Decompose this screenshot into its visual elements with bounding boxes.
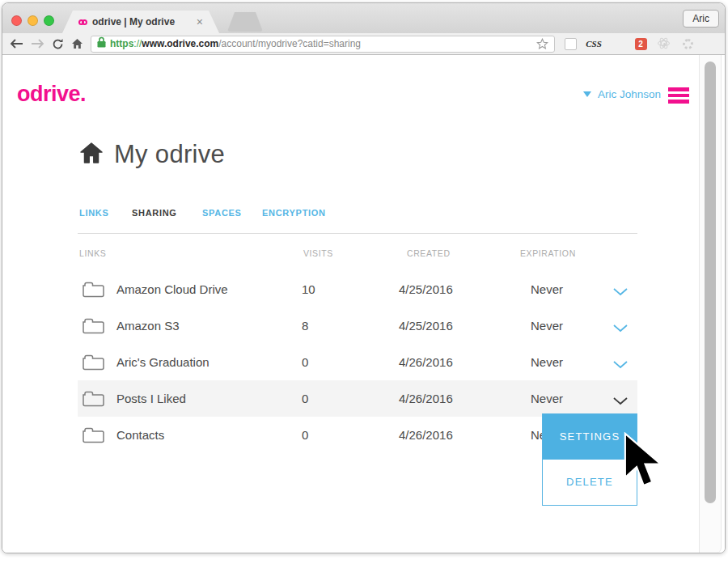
link-created: 4/26/2016 <box>399 417 453 453</box>
table-row: Amazon S3 8 4/25/2016 Never <box>78 307 637 344</box>
tab-sharing[interactable]: SHARING <box>132 208 177 218</box>
forward-icon[interactable] <box>31 39 44 49</box>
link-expiration: Never <box>531 380 563 417</box>
reload-icon[interactable] <box>52 38 64 50</box>
folder-icon <box>82 317 105 338</box>
react-devtools-icon[interactable] <box>656 36 672 51</box>
tab-title: odrive | My odrive <box>92 16 192 28</box>
url-text: https://www.odrive.com/account/myodrive?… <box>110 38 361 49</box>
page-content: odrive. Aric Johnson My odrive LINKS SHA… <box>2 55 725 553</box>
mouse-cursor <box>622 432 672 495</box>
new-tab-button[interactable] <box>227 12 263 32</box>
scrollbar-thumb[interactable] <box>705 61 716 503</box>
link-name[interactable]: Contacts <box>116 417 164 453</box>
tag-badge-extension-icon[interactable]: 2 <box>633 38 649 50</box>
link-visits: 0 <box>302 417 308 453</box>
row-actions-chevron-icon[interactable] <box>613 394 628 409</box>
row-actions-chevron-icon[interactable] <box>613 358 628 372</box>
browser-tab[interactable]: odrive | My odrive × <box>62 11 219 33</box>
link-expiration: Never <box>531 271 563 307</box>
caret-down-icon <box>583 91 591 97</box>
row-actions-chevron-icon[interactable] <box>613 285 628 299</box>
url-path: /account/myodrive?catid=sharing <box>218 38 361 49</box>
link-created: 4/25/2016 <box>399 307 453 344</box>
link-visits: 10 <box>302 271 315 307</box>
table-row: Aric's Graduation 0 4/26/2016 Never <box>78 344 637 380</box>
tab-spaces[interactable]: SPACES <box>202 208 242 218</box>
col-header-links: LINKS <box>79 248 106 258</box>
hamburger-menu-icon[interactable] <box>668 87 689 106</box>
folder-icon <box>82 390 105 411</box>
link-visits: 0 <box>302 380 308 417</box>
section-divider <box>78 233 637 234</box>
zoom-window-button[interactable] <box>44 15 54 26</box>
tab-close-icon[interactable]: × <box>197 16 203 28</box>
close-window-button[interactable] <box>11 15 22 26</box>
table-row: Amazon Cloud Drive 10 4/25/2016 Never <box>78 271 637 307</box>
user-name: Aric Johnson <box>598 88 661 100</box>
page-heading: My odrive <box>79 140 225 169</box>
home-house-icon <box>79 142 104 167</box>
profile-button[interactable]: Aric <box>683 10 719 28</box>
home-icon[interactable] <box>71 38 83 49</box>
link-created: 4/25/2016 <box>399 271 453 307</box>
page-title: My odrive <box>114 140 225 169</box>
url-bar[interactable]: https://www.odrive.com/account/myodrive?… <box>91 36 555 53</box>
scrollbar-track[interactable] <box>699 55 722 553</box>
odrive-logo[interactable]: odrive. <box>17 82 86 107</box>
tab-strip: odrive | My odrive × Aric <box>2 3 725 33</box>
css-extension-icon[interactable]: CSS <box>586 39 602 49</box>
url-host: www.odrive.com <box>142 38 218 49</box>
back-icon[interactable] <box>10 39 23 49</box>
link-expiration: Never <box>531 344 563 380</box>
notes-extension-icon[interactable] <box>562 38 578 50</box>
folder-icon <box>82 426 105 447</box>
link-name[interactable]: Posts I Liked <box>116 380 186 417</box>
link-visits: 0 <box>302 344 308 380</box>
folder-icon <box>82 281 105 302</box>
col-header-visits: VISITS <box>303 248 333 258</box>
link-name[interactable]: Aric's Graduation <box>116 344 210 380</box>
col-header-expiration: EXPIRATION <box>520 248 576 258</box>
tab-links[interactable]: LINKS <box>79 208 109 218</box>
minimize-window-button[interactable] <box>28 15 38 26</box>
bookmark-star-icon[interactable] <box>536 38 548 49</box>
folder-icon <box>82 354 105 375</box>
chrome-menu-icon[interactable] <box>703 40 717 47</box>
browser-window: odrive | My odrive × Aric <box>2 2 726 553</box>
tab-encryption[interactable]: ENCRYPTION <box>262 208 326 218</box>
link-visits: 8 <box>302 307 308 344</box>
screenshot-root: odrive | My odrive × Aric <box>0 0 728 568</box>
link-expiration: Never <box>531 307 563 344</box>
link-created: 4/26/2016 <box>399 344 453 380</box>
row-actions-chevron-icon[interactable] <box>613 321 628 336</box>
secure-lock-icon <box>97 36 106 51</box>
link-created: 4/26/2016 <box>399 380 453 417</box>
link-name[interactable]: Amazon S3 <box>116 307 180 344</box>
gear-extension-icon[interactable] <box>679 39 696 49</box>
url-scheme: https <box>110 38 133 49</box>
col-header-created: CREATED <box>407 248 451 258</box>
odrive-favicon-icon <box>78 19 87 25</box>
table-row-highlighted: Posts I Liked 0 4/26/2016 Never <box>78 380 637 417</box>
link-name[interactable]: Amazon Cloud Drive <box>116 271 228 307</box>
user-menu[interactable]: Aric Johnson <box>583 88 661 100</box>
browser-toolbar: https://www.odrive.com/account/myodrive?… <box>2 33 725 55</box>
